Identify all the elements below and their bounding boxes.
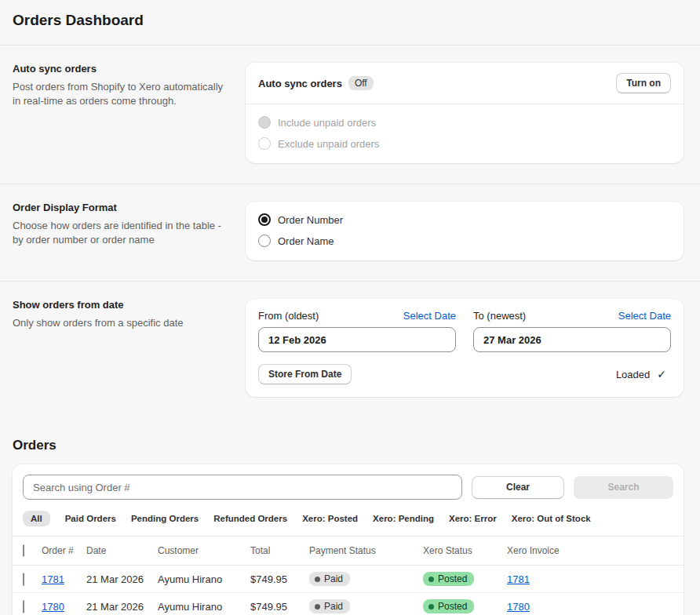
filter-tab-all[interactable]: All [23, 511, 50, 526]
to-date-input[interactable] [473, 327, 671, 352]
order-number-link[interactable]: 1780 [42, 601, 64, 613]
search-row: Clear Search [13, 464, 684, 508]
xero-status-badge: Posted [423, 572, 474, 586]
column-header-order: Order # [42, 537, 86, 566]
to-date-label: To (newest) [473, 310, 526, 322]
status-dot-icon [428, 604, 434, 610]
order-date: 21 Mar 2026 [86, 566, 158, 593]
column-header-total: Total [250, 537, 309, 566]
filter-tab-refunded-orders[interactable]: Refunded Orders [213, 514, 287, 523]
auto-sync-status-badge: Off [348, 76, 374, 90]
from-date-field-group: From (oldest) Select Date [258, 310, 456, 352]
page-header: Orders Dashboard [0, 0, 700, 45]
include-unpaid-option[interactable]: Include unpaid orders [258, 116, 671, 129]
date-card-inner: From (oldest) Select Date To (newest) Se… [246, 299, 684, 397]
unpaid-options-group: Include unpaid orders Exclude unpaid ord… [246, 104, 684, 163]
to-select-date-link[interactable]: Select Date [618, 310, 671, 322]
orders-table: Order # Date Customer Total Payment Stat… [13, 536, 684, 615]
row-checkbox[interactable] [23, 600, 24, 613]
date-range-section-title: Show orders from date [13, 299, 224, 311]
column-header-date: Date [86, 537, 158, 566]
date-grid: From (oldest) Select Date To (newest) Se… [258, 310, 671, 352]
loaded-status-text: Loaded [616, 369, 650, 380]
filter-tab-xero-pending[interactable]: Xero: Pending [373, 514, 434, 523]
check-icon: ✓ [657, 368, 666, 380]
status-dot-icon [428, 577, 434, 582]
display-format-section-description: Choose how orders are identified in the … [13, 219, 224, 246]
radio-icon [258, 235, 271, 247]
order-total: $749.95 [250, 593, 309, 615]
date-range-info: Show orders from date Only show orders f… [13, 299, 246, 397]
order-number-label: Order Number [278, 214, 343, 226]
auto-sync-card-title: Auto sync orders [258, 78, 342, 89]
filter-tab-paid-orders[interactable]: Paid Orders [65, 514, 116, 523]
auto-sync-card: Auto sync orders Off Turn on Include unp… [246, 63, 684, 163]
status-dot-icon [315, 577, 320, 582]
order-number-link[interactable]: 1781 [42, 573, 64, 585]
order-number-option[interactable]: Order Number [258, 213, 671, 226]
clear-button[interactable]: Clear [472, 476, 564, 499]
order-customer: Ayumu Hirano [158, 566, 250, 593]
orders-card: Clear Search All Paid Orders Pending Ord… [13, 464, 684, 615]
select-all-checkbox[interactable] [23, 544, 24, 557]
from-label-row: From (oldest) Select Date [258, 310, 456, 322]
display-format-options-group: Order Number Order Name [246, 202, 684, 260]
orders-heading: Orders [13, 438, 684, 453]
column-header-xero-status: Xero Status [423, 537, 507, 566]
from-select-date-link[interactable]: Select Date [403, 310, 456, 322]
status-dot-icon [315, 604, 320, 610]
date-footer: Store From Date Loaded ✓ [258, 364, 671, 384]
auto-sync-section: Auto sync orders Post orders from Shopif… [0, 45, 700, 184]
auto-sync-section-title: Auto sync orders [13, 63, 224, 75]
table-row: 1780 21 Mar 2026 Ayumu Hirano $749.95 Pa… [13, 593, 684, 615]
table-header-row: Order # Date Customer Total Payment Stat… [13, 537, 684, 566]
xero-status-badge: Posted [423, 599, 474, 613]
exclude-unpaid-option[interactable]: Exclude unpaid orders [258, 137, 671, 150]
column-header-xero-invoice: Xero Invoice [507, 537, 684, 566]
radio-icon [258, 137, 271, 150]
xero-invoice-link[interactable]: 1781 [507, 573, 530, 585]
display-format-card: Order Number Order Name [246, 202, 684, 260]
radio-selected-icon [258, 213, 271, 226]
to-date-field-group: To (newest) Select Date [473, 310, 671, 352]
order-search-input[interactable] [23, 475, 462, 500]
from-date-label: From (oldest) [258, 310, 319, 322]
display-format-section-title: Order Display Format [13, 202, 224, 213]
order-name-label: Order Name [278, 235, 334, 247]
table-row: 1781 21 Mar 2026 Ayumu Hirano $749.95 Pa… [13, 566, 684, 593]
include-unpaid-label: Include unpaid orders [278, 117, 376, 129]
column-header-customer: Customer [158, 537, 250, 566]
search-button[interactable]: Search [574, 476, 673, 499]
filter-tabs: All Paid Orders Pending Orders Refunded … [13, 508, 684, 536]
loaded-status: Loaded ✓ [616, 368, 671, 380]
order-total: $749.95 [250, 566, 309, 593]
column-header-payment-status: Payment Status [309, 537, 423, 566]
radio-icon [258, 116, 271, 129]
page-title: Orders Dashboard [13, 12, 687, 29]
filter-tab-xero-posted[interactable]: Xero: Posted [302, 514, 358, 523]
auto-sync-card-header: Auto sync orders Off Turn on [246, 63, 684, 104]
auto-sync-info: Auto sync orders Post orders from Shopif… [13, 63, 246, 163]
order-name-option[interactable]: Order Name [258, 235, 671, 247]
turn-on-button[interactable]: Turn on [616, 73, 671, 93]
from-date-input[interactable] [258, 327, 456, 352]
order-date: 21 Mar 2026 [86, 593, 158, 615]
filter-tab-xero-out-of-stock[interactable]: Xero: Out of Stock [512, 514, 591, 523]
xero-invoice-link[interactable]: 1780 [507, 601, 530, 613]
store-from-date-button[interactable]: Store From Date [258, 364, 352, 384]
payment-status-badge: Paid [309, 599, 350, 613]
date-range-card: From (oldest) Select Date To (newest) Se… [246, 299, 684, 397]
display-format-info: Order Display Format Choose how orders a… [13, 202, 246, 260]
exclude-unpaid-label: Exclude unpaid orders [278, 138, 379, 150]
to-label-row: To (newest) Select Date [473, 310, 671, 322]
display-format-section: Order Display Format Choose how orders a… [0, 184, 700, 282]
date-range-section-description: Only show orders from a specific date [13, 316, 224, 330]
row-checkbox[interactable] [23, 573, 24, 586]
auto-sync-section-description: Post orders from Shopify to Xero automat… [13, 80, 224, 107]
filter-tab-pending-orders[interactable]: Pending Orders [131, 514, 199, 523]
date-range-section: Show orders from date Only show orders f… [0, 282, 700, 417]
filter-tab-xero-error[interactable]: Xero: Error [449, 514, 497, 523]
order-customer: Ayumu Hirano [158, 593, 250, 615]
payment-status-badge: Paid [309, 572, 350, 586]
